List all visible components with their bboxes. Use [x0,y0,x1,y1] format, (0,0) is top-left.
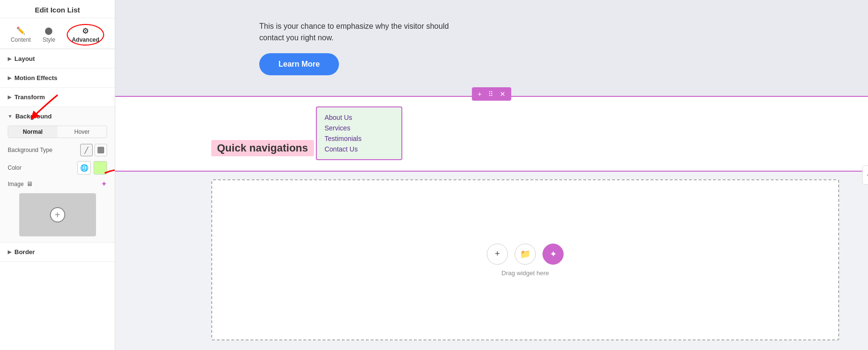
tab-content-label: Content [11,36,31,43]
sparkle-icon: ✦ [550,249,557,259]
toolbar-add-btn[interactable]: + [476,89,483,99]
tab-advanced-label: Advanced [72,36,99,43]
section-layout: ▶ Layout [0,49,115,69]
background-content: Normal Hover Background Type ╱ [8,126,107,236]
nav-link-testimonials[interactable]: Testimonials [325,133,394,144]
motion-label: Motion Effects [14,74,58,82]
plus-icon: + [495,249,500,259]
section-transform: ▶ Transform [0,88,115,107]
nav-link-about[interactable]: About Us [325,112,394,123]
color-row: Color 🌐 [8,161,107,175]
circle-icon: ⬤ [45,26,53,35]
tab-content[interactable]: ✏️ Content [6,24,36,46]
monitor-icon: 🖥 [26,180,33,187]
bg-type-controls: ╱ [80,144,107,156]
transform-label: Transform [14,93,45,101]
section-motion-header[interactable]: ▶ Motion Effects [8,74,107,82]
top-text: This is your chance to emphasize why the… [259,21,451,44]
magic-icon[interactable]: ✦ [101,179,107,188]
bg-type-none-btn[interactable]: ╱ [80,144,93,156]
section-border-header[interactable]: ▶ Border [8,248,107,256]
slash-icon: ╱ [84,147,88,154]
globe-icon: 🌐 [80,164,88,172]
section-transform-header[interactable]: ▶ Transform [8,93,107,101]
background-type-row: Background Type ╱ [8,144,107,156]
bg-type-label: Background Type [8,147,52,153]
normal-tab[interactable]: Normal [8,126,58,138]
folder-icon: 📁 [520,249,530,259]
background-label: Background [15,113,52,120]
tab-style-label: Style [42,36,55,43]
toolbar-close-btn[interactable]: ✕ [498,89,507,99]
tab-advanced[interactable]: ⚙ Advanced [62,22,108,48]
section-border: ▶ Border [0,243,115,262]
drag-folder-btn[interactable]: 📁 [515,244,536,265]
color-swatch[interactable] [94,161,107,175]
section-layout-header[interactable]: ▶ Layout [8,55,107,62]
hover-tab[interactable]: Hover [58,126,107,138]
add-image-icon: + [50,207,65,222]
section-background: ▼ Background Normal Hover Background Typ… [0,107,115,243]
drag-magic-btn[interactable]: ✦ [542,244,564,265]
image-label: Image [8,181,24,187]
layout-arrow-icon: ▶ [8,56,12,61]
left-panel: Edit Icon List ✏️ Content ⬤ Style ⚙ Adva… [0,0,115,350]
widget-toolbar: + ⠿ ✕ [472,87,511,101]
tab-style[interactable]: ⬤ Style [37,24,60,46]
image-row: Image 🖥 ✦ [8,179,107,188]
normal-hover-tabs: Normal Hover [8,126,107,138]
border-label: Border [14,248,35,256]
panel-title: Edit Icon List [0,0,115,18]
drag-toolbar: + 📁 ✦ [487,244,564,265]
border-arrow-icon: ▶ [8,249,12,255]
learn-more-button[interactable]: Learn More [259,53,339,75]
global-color-btn[interactable]: 🌐 [77,161,91,175]
color-icon [97,147,104,153]
quick-nav-list: About Us Services Testimonials Contact U… [316,106,402,160]
motion-arrow-icon: ▶ [8,75,12,81]
section-motion-effects: ▶ Motion Effects [0,69,115,88]
transform-arrow-icon: ▶ [8,94,12,100]
color-label: Color [8,164,22,171]
color-controls: 🌐 [77,161,107,175]
drag-label: Drag widget here [502,269,549,277]
nav-link-services[interactable]: Services [325,123,394,133]
toolbar-move-btn[interactable]: ⠿ [486,89,495,99]
drag-widget-area: + 📁 ✦ Drag widget here [211,179,839,340]
bg-arrow-icon: ▼ [8,114,12,119]
quick-nav-section: + ⠿ ✕ Quick navigations About Us Service… [115,96,868,172]
advanced-circle: ⚙ Advanced [67,24,104,46]
image-label-area: Image 🖥 [8,180,33,187]
drag-add-btn[interactable]: + [487,244,508,265]
section-background-header[interactable]: ▼ Background [8,113,107,120]
gear-icon: ⚙ [82,26,89,35]
tabs-row: ✏️ Content ⬤ Style ⚙ Advanced [0,18,115,49]
right-area: This is your chance to emphasize why the… [115,0,868,350]
image-upload-area[interactable]: + [19,193,96,236]
bg-type-color-btn[interactable] [95,144,107,156]
layout-label: Layout [14,55,35,62]
quick-nav-title: Quick navigations [211,140,314,156]
top-content-zone: This is your chance to emphasize why the… [115,0,868,96]
nav-link-contact[interactable]: Contact Us [325,144,394,154]
pencil-icon: ✏️ [16,26,25,35]
